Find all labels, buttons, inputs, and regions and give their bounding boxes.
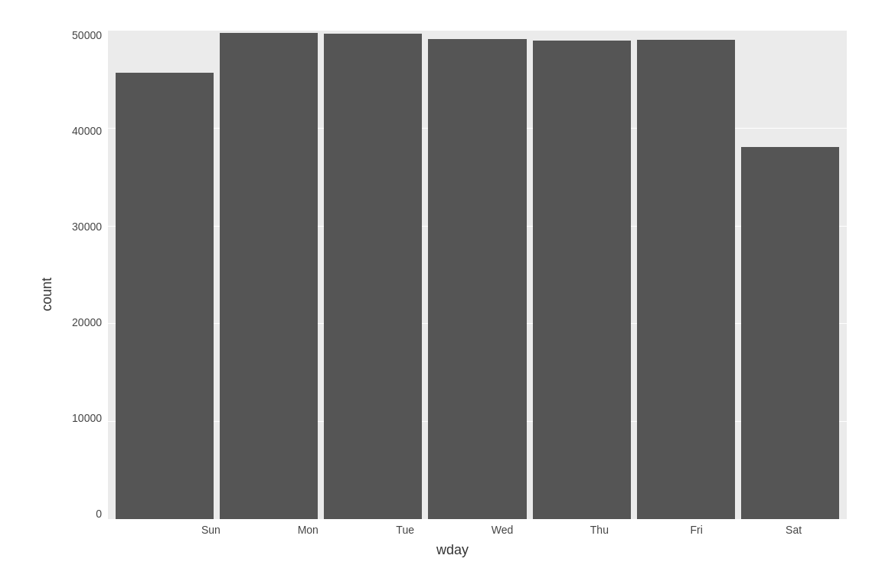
bar-mon bbox=[220, 33, 318, 519]
bar-group-mon bbox=[220, 30, 318, 519]
y-tick-40000: 40000 bbox=[72, 126, 102, 136]
bar-tue bbox=[324, 34, 422, 519]
bars-container bbox=[108, 30, 847, 519]
bar-sat bbox=[741, 147, 839, 519]
y-axis: 50000 40000 30000 20000 10000 0 bbox=[58, 30, 108, 519]
bar-wed bbox=[428, 39, 526, 519]
bar-group-thu bbox=[533, 30, 631, 519]
chart-inner: 50000 40000 30000 20000 10000 0 bbox=[58, 30, 847, 558]
plot-area bbox=[108, 30, 847, 519]
x-tick-sat: Sat bbox=[748, 519, 839, 536]
x-tick-wed: Wed bbox=[457, 519, 548, 536]
x-tick-tue: Tue bbox=[360, 519, 451, 536]
y-tick-50000: 50000 bbox=[72, 30, 102, 41]
y-tick-0: 0 bbox=[96, 508, 102, 519]
y-tick-20000: 20000 bbox=[72, 317, 102, 328]
x-tick-sun: Sun bbox=[165, 519, 256, 536]
bar-group-sat bbox=[741, 30, 839, 519]
x-tick-fri: Fri bbox=[651, 519, 742, 536]
x-tick-thu: Thu bbox=[554, 519, 645, 536]
y-axis-label: count bbox=[39, 277, 55, 311]
chart-wrapper: count 50000 40000 30000 20000 10000 0 bbox=[35, 30, 847, 558]
x-ticks: Sun Mon Tue Wed Thu Fri Sat bbox=[158, 519, 847, 536]
x-axis-label-container: wday bbox=[58, 536, 847, 558]
grid-line-0 bbox=[108, 519, 847, 520]
bar-thu bbox=[533, 41, 631, 519]
x-axis-label: wday bbox=[436, 542, 469, 557]
y-tick-30000: 30000 bbox=[72, 221, 102, 232]
y-axis-label-container: count bbox=[35, 30, 58, 558]
bar-sun bbox=[116, 73, 214, 519]
plot-area-wrapper: 50000 40000 30000 20000 10000 0 bbox=[58, 30, 847, 519]
chart-container: count 50000 40000 30000 20000 10000 0 bbox=[20, 11, 862, 577]
bar-group-tue bbox=[324, 30, 422, 519]
bar-fri bbox=[637, 40, 735, 519]
bar-group-fri bbox=[637, 30, 735, 519]
y-tick-10000: 10000 bbox=[72, 413, 102, 423]
x-axis: Sun Mon Tue Wed Thu Fri Sat bbox=[58, 519, 847, 536]
bar-group-wed bbox=[428, 30, 526, 519]
x-tick-mon: Mon bbox=[263, 519, 354, 536]
bar-group-sun bbox=[116, 30, 214, 519]
